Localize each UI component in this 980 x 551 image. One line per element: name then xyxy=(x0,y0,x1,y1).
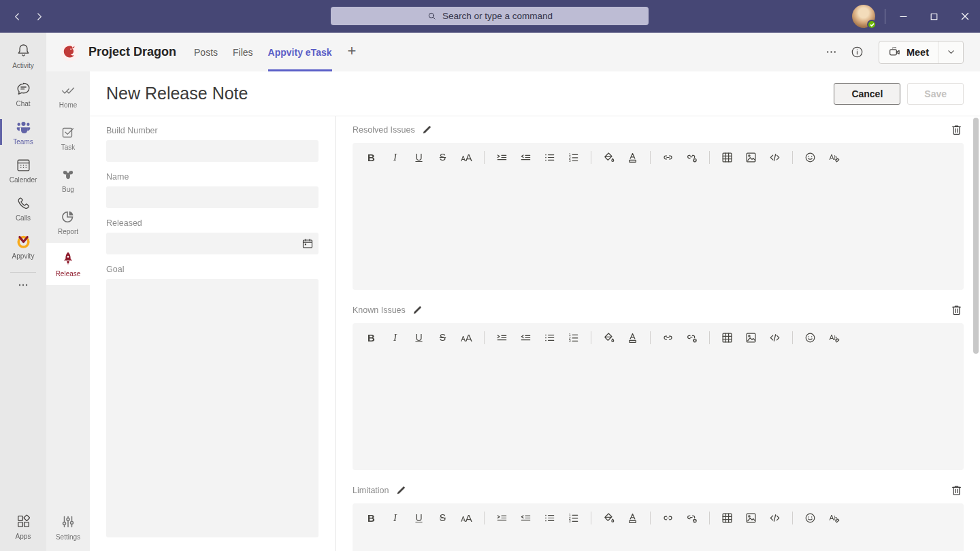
meet-button[interactable]: Meet xyxy=(879,41,938,63)
editor-body[interactable] xyxy=(353,527,964,551)
font-color-icon[interactable] xyxy=(624,510,641,526)
fill-color-icon[interactable] xyxy=(600,149,617,165)
underline-icon[interactable]: U xyxy=(410,510,427,526)
rail-item-calendar[interactable]: Calender xyxy=(0,151,46,189)
table-icon[interactable] xyxy=(719,329,736,346)
tab-appvity-etask[interactable]: Appvity eTask xyxy=(268,33,332,71)
fill-color-icon[interactable] xyxy=(600,510,617,526)
cancel-button[interactable]: Cancel xyxy=(834,83,900,105)
table-icon[interactable] xyxy=(719,149,736,165)
clear-format-icon[interactable]: Ab xyxy=(826,510,843,526)
sidebar-item-task[interactable]: Task xyxy=(46,116,90,158)
rail-more-button[interactable] xyxy=(0,276,46,295)
strikethrough-icon[interactable]: S xyxy=(434,510,451,526)
add-tab-button[interactable]: + xyxy=(348,44,357,61)
outdent-icon[interactable] xyxy=(517,329,534,346)
clear-format-icon[interactable]: Ab xyxy=(826,149,843,165)
delete-section-button[interactable] xyxy=(950,303,964,317)
bold-icon[interactable]: B xyxy=(363,149,380,165)
numbered-list-icon[interactable]: 123 xyxy=(565,329,582,346)
sidebar-item-bug[interactable]: Bug xyxy=(46,158,90,201)
indent-icon[interactable] xyxy=(493,329,510,346)
tab-files[interactable]: Files xyxy=(233,33,253,71)
editor-body[interactable] xyxy=(353,346,964,470)
font-size-icon[interactable]: AA xyxy=(458,510,475,526)
code-icon[interactable] xyxy=(766,510,783,526)
edit-title-button[interactable] xyxy=(396,486,406,495)
outdent-icon[interactable] xyxy=(517,149,534,165)
close-button[interactable] xyxy=(949,0,980,33)
strikethrough-icon[interactable]: S xyxy=(434,329,451,346)
rail-item-appvity[interactable]: Appvity xyxy=(0,227,46,265)
edit-title-button[interactable] xyxy=(422,125,431,135)
link-icon[interactable] xyxy=(659,329,676,346)
goal-field[interactable] xyxy=(106,279,318,537)
forward-button[interactable] xyxy=(31,9,46,24)
minimize-button[interactable] xyxy=(888,0,919,33)
italic-icon[interactable]: I xyxy=(387,149,404,165)
emoji-icon[interactable] xyxy=(802,510,819,526)
clear-format-icon[interactable]: Ab xyxy=(826,329,843,346)
fill-color-icon[interactable] xyxy=(600,329,617,346)
editor-body[interactable] xyxy=(353,166,964,290)
underline-icon[interactable]: U xyxy=(410,149,427,165)
indent-icon[interactable] xyxy=(493,149,510,165)
build-number-field[interactable] xyxy=(106,140,318,162)
rail-item-calls[interactable]: Calls xyxy=(0,189,46,227)
more-options-button[interactable] xyxy=(824,45,839,60)
code-icon[interactable] xyxy=(766,329,783,346)
search-input[interactable]: Search or type a command xyxy=(331,7,649,25)
avatar[interactable] xyxy=(852,5,875,28)
delete-section-button[interactable] xyxy=(950,123,964,137)
font-color-icon[interactable] xyxy=(624,149,641,165)
underline-icon[interactable]: U xyxy=(410,329,427,346)
rail-item-teams[interactable]: Teams xyxy=(0,113,46,151)
image-icon[interactable] xyxy=(742,329,760,346)
bullet-list-icon[interactable] xyxy=(541,149,558,165)
save-button[interactable]: Save xyxy=(907,83,964,105)
unlink-icon[interactable] xyxy=(683,510,700,526)
bold-icon[interactable]: B xyxy=(363,329,380,346)
unlink-icon[interactable] xyxy=(683,149,700,165)
emoji-icon[interactable] xyxy=(802,149,819,165)
image-icon[interactable] xyxy=(742,149,760,165)
name-field[interactable] xyxy=(106,186,318,208)
maximize-button[interactable] xyxy=(919,0,949,33)
table-icon[interactable] xyxy=(719,510,736,526)
strikethrough-icon[interactable]: S xyxy=(434,149,451,165)
bold-icon[interactable]: B xyxy=(363,510,380,526)
numbered-list-icon[interactable]: 123 xyxy=(565,149,582,165)
image-icon[interactable] xyxy=(742,510,760,526)
edit-title-button[interactable] xyxy=(412,305,422,315)
font-size-icon[interactable]: AA xyxy=(458,329,475,346)
numbered-list-icon[interactable]: 123 xyxy=(565,510,582,526)
back-button[interactable] xyxy=(10,9,24,24)
link-icon[interactable] xyxy=(659,510,676,526)
sidebar-item-home[interactable]: Home xyxy=(46,74,90,116)
tab-posts[interactable]: Posts xyxy=(194,33,218,71)
italic-icon[interactable]: I xyxy=(387,510,404,526)
channel-info-button[interactable] xyxy=(850,45,865,60)
date-picker-button[interactable] xyxy=(301,237,314,250)
code-icon[interactable] xyxy=(766,149,783,165)
sidebar-item-release[interactable]: Release xyxy=(46,243,90,285)
meet-dropdown-button[interactable] xyxy=(938,41,963,63)
unlink-icon[interactable] xyxy=(683,329,700,346)
link-icon[interactable] xyxy=(659,149,676,165)
italic-icon[interactable]: I xyxy=(387,329,404,346)
vertical-scrollbar[interactable] xyxy=(973,118,979,354)
released-date-field[interactable] xyxy=(106,233,318,254)
font-color-icon[interactable] xyxy=(624,329,641,346)
rail-item-chat[interactable]: Chat xyxy=(0,75,46,113)
bullet-list-icon[interactable] xyxy=(541,329,558,346)
rail-item-activity[interactable]: Activity xyxy=(0,37,46,75)
sidebar-item-report[interactable]: Report xyxy=(46,201,90,243)
rail-item-apps[interactable]: Apps xyxy=(0,507,46,546)
font-size-icon[interactable]: AA xyxy=(458,149,475,165)
emoji-icon[interactable] xyxy=(802,329,819,346)
sidebar-item-settings[interactable]: Settings xyxy=(46,506,90,548)
outdent-icon[interactable] xyxy=(517,510,534,526)
indent-icon[interactable] xyxy=(493,510,510,526)
bullet-list-icon[interactable] xyxy=(541,510,558,526)
delete-section-button[interactable] xyxy=(950,484,964,497)
